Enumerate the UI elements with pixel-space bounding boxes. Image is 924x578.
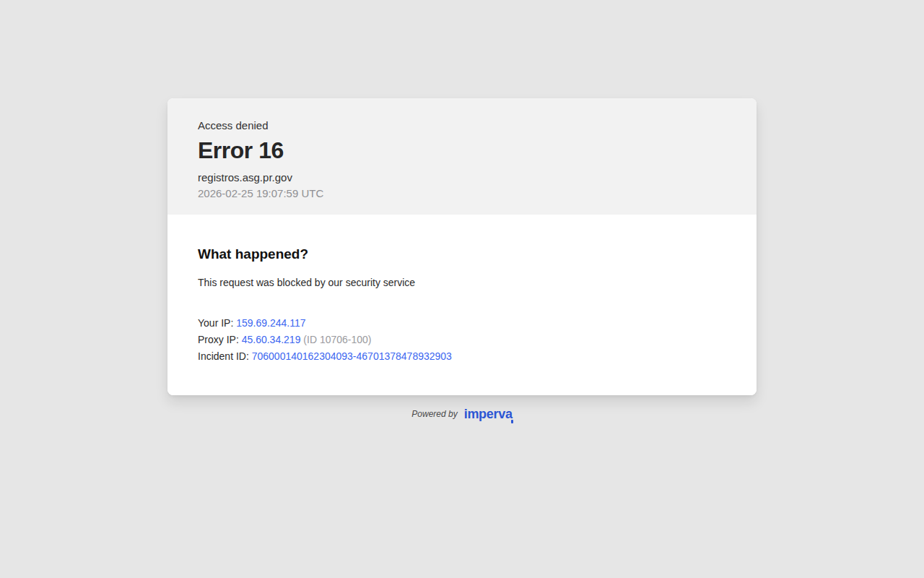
incident-id-row: Incident ID: 706000140162304093-46701378…: [198, 348, 726, 365]
blocked-hostname: registros.asg.pr.gov: [198, 171, 726, 185]
incident-id-link[interactable]: 706000140162304093-46701378478932903: [252, 350, 452, 362]
your-ip-link[interactable]: 159.69.244.117: [236, 317, 305, 329]
proxy-id-note: (ID 10706-100): [303, 334, 371, 345]
imperva-logo-tail-icon: [511, 420, 513, 423]
proxy-ip-link[interactable]: 45.60.34.219: [242, 334, 301, 345]
proxy-ip-label: Proxy IP:: [198, 334, 239, 345]
block-details: Your IP: 159.69.244.117 Proxy IP: 45.60.…: [198, 315, 726, 365]
powered-by-label: Powered by: [411, 409, 457, 419]
error-card-body: What happened? This request was blocked …: [167, 215, 757, 395]
access-denied-label: Access denied: [198, 118, 726, 133]
your-ip-row: Your IP: 159.69.244.117: [198, 315, 726, 332]
error-code-title: Error 16: [198, 137, 726, 164]
what-happened-heading: What happened?: [198, 246, 726, 262]
imperva-logo-text: imperva: [464, 407, 513, 421]
blocked-message: This request was blocked by our security…: [198, 276, 726, 289]
footer: Powered by imperva: [0, 407, 924, 420]
block-timestamp: 2026-02-25 19:07:59 UTC: [198, 186, 726, 201]
proxy-ip-row: Proxy IP: 45.60.34.219 (ID 10706-100): [198, 332, 726, 348]
your-ip-label: Your IP:: [198, 317, 233, 329]
error-card: Access denied Error 16 registros.asg.pr.…: [167, 98, 757, 395]
incident-id-label: Incident ID:: [198, 350, 249, 362]
imperva-logo[interactable]: imperva: [464, 407, 513, 420]
error-card-header: Access denied Error 16 registros.asg.pr.…: [167, 98, 757, 215]
